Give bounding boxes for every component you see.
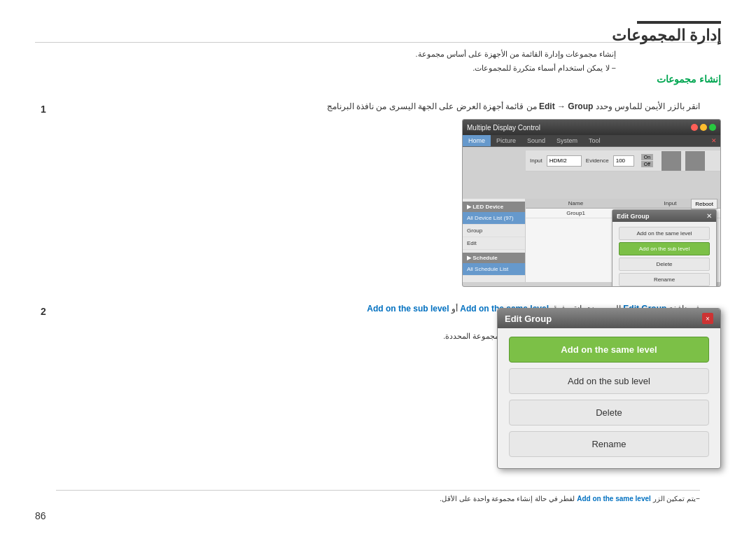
egd-close-btn[interactable]: × — [702, 313, 713, 324]
egd-title-text: Edit Group — [505, 314, 552, 324]
section-heading: إنشاء مجموعات — [657, 73, 721, 85]
egd-add-sub-btn[interactable]: Add on the sub level — [509, 368, 709, 394]
sw-on-btn[interactable]: On — [641, 154, 653, 160]
sw-row-name: Group1 — [528, 210, 623, 216]
sw-sidebar-schedule-list[interactable]: All Schedule List — [463, 263, 525, 276]
sw-sidebar-group[interactable]: Group — [463, 225, 525, 237]
egd-rename-btn[interactable]: Rename — [509, 431, 709, 457]
sw-sidebar-all-devices[interactable]: All Device List (97) — [463, 212, 525, 225]
sw-content: Input HDMI2 Evidence 100 On Off ▶ LED De… — [463, 147, 720, 282]
sw-tab-sound[interactable]: Sound — [522, 135, 551, 146]
right-heading-block: إدارة المجموعات — [612, 21, 721, 45]
sw-input-select[interactable]: HDMI2 — [547, 155, 582, 167]
sw-minimize-btn[interactable] — [700, 124, 707, 131]
sw-on-off: On Off — [641, 154, 653, 167]
egd-close-icon: × — [706, 315, 710, 323]
bottom-note: −يتم تمكين الزر Add on the same level لف… — [56, 490, 700, 503]
eg-titlebar: Edit Group ✕ — [612, 210, 716, 222]
sw-tabs: Home Picture Sound System Tool ✕ — [463, 135, 720, 147]
edit-group-dialog: Edit Group × Add on the same level Add o… — [497, 308, 721, 469]
egd-delete-btn[interactable]: Delete — [509, 400, 709, 426]
main-title: إدارة المجموعات — [612, 27, 721, 45]
sw-evidence-label: Evidence — [586, 157, 609, 164]
step1-text: انقر بالزر الأيمن للماوس وحدد Edit → Gro… — [56, 101, 700, 111]
sw-tab-picture[interactable]: Picture — [491, 135, 522, 146]
sw-off-btn[interactable]: Off — [641, 161, 653, 167]
sw-section-led: ▶ LED Device — [463, 202, 525, 212]
sw-sidebar-edit[interactable]: Edit — [463, 237, 525, 250]
sw-evidence-select[interactable]: 100 — [613, 155, 634, 167]
sw-maximize-btn[interactable] — [709, 124, 716, 131]
eg-rename-btn-small[interactable]: Rename — [619, 273, 710, 286]
egd-body: Add on the same level Add on the sub lev… — [498, 328, 720, 468]
sw-controls-row: Input HDMI2 Evidence 100 On Off — [526, 150, 720, 171]
sw-main-area: Name Input Group1 HDMI2 Reboot Edit Grou… — [526, 199, 720, 282]
sw-fault-device-2-icon — [685, 151, 705, 171]
sw-exit-btn[interactable]: ✕ — [708, 135, 720, 146]
page-number: 86 — [35, 510, 46, 521]
sw-section-schedule: ▶ Schedule — [463, 253, 525, 263]
egd-add-same-btn[interactable]: Add on the same level — [509, 337, 709, 363]
step2-add-sub-ref: Add on the sub level — [367, 304, 449, 314]
bottom-note-highlight: Add on the same level — [577, 495, 651, 503]
sw-reboot-btn[interactable]: Reboot — [691, 199, 718, 209]
eg-add-same-btn-small[interactable]: Add on the same level — [619, 227, 710, 240]
intro-line1: إنشاء مجموعات وإدارة القائمة من الأجهزة … — [56, 48, 616, 62]
eg-close-icon[interactable]: ✕ — [706, 212, 712, 220]
intro-line2: − لا يمكن استخدام أسماء متكررة للمجموعات… — [56, 62, 616, 76]
intro-text: إنشاء مجموعات وإدارة القائمة من الأجهزة … — [56, 48, 616, 76]
sw-titlebar: Multiple Display Control — [463, 120, 720, 135]
sw-close-btn[interactable] — [691, 124, 698, 131]
step2-number: 2 — [41, 306, 46, 317]
step1-number: 1 — [41, 104, 46, 115]
sw-title: Multiple Display Control — [467, 124, 540, 132]
eg-buttons: Add on the same level Add on the sub lev… — [612, 222, 716, 287]
sw-sidebar: ▶ LED Device All Device List (97) Group … — [463, 199, 526, 282]
sw-col-name: Name — [528, 200, 623, 206]
sw-controls — [691, 124, 716, 131]
sw-tab-system[interactable]: System — [551, 135, 583, 146]
eg-delete-btn-small[interactable]: Delete — [619, 258, 710, 271]
sw-fault-device-icon — [662, 151, 681, 171]
edit-group-popup-small: Edit Group ✕ Add on the same level Add o… — [612, 209, 717, 287]
egd-titlebar: Edit Group × — [498, 309, 720, 328]
sw-tab-home[interactable]: Home — [463, 135, 491, 146]
sw-input-label: Input — [530, 157, 542, 164]
sw-tab-tool[interactable]: Tool — [583, 135, 606, 146]
eg-title-text: Edit Group — [617, 213, 650, 220]
screenshot1: Multiple Display Control Home Picture So… — [462, 119, 721, 287]
step1-content: انقر بالزر الأيمن للماوس وحدد Edit → Gro… — [327, 101, 700, 111]
eg-add-sub-btn-small[interactable]: Add on the sub level — [619, 242, 710, 255]
